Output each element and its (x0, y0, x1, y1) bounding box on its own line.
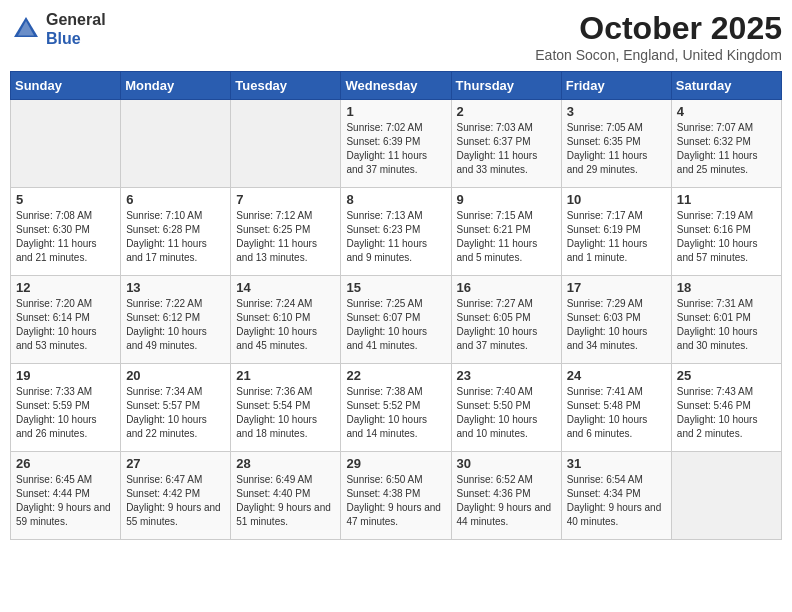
calendar-cell: 17 Sunrise: 7:29 AMSunset: 6:03 PMDaylig… (561, 276, 671, 364)
day-info: Sunrise: 7:27 AMSunset: 6:05 PMDaylight:… (457, 297, 556, 353)
calendar-week-row: 5 Sunrise: 7:08 AMSunset: 6:30 PMDayligh… (11, 188, 782, 276)
day-number: 7 (236, 192, 335, 207)
logo: General Blue (10, 10, 106, 48)
day-number: 31 (567, 456, 666, 471)
calendar-cell: 9 Sunrise: 7:15 AMSunset: 6:21 PMDayligh… (451, 188, 561, 276)
day-info: Sunrise: 7:24 AMSunset: 6:10 PMDaylight:… (236, 297, 335, 353)
day-info: Sunrise: 7:17 AMSunset: 6:19 PMDaylight:… (567, 209, 666, 265)
month-title: October 2025 (535, 10, 782, 47)
page-header: General Blue October 2025 Eaton Socon, E… (10, 10, 782, 63)
day-number: 19 (16, 368, 115, 383)
calendar-week-row: 26 Sunrise: 6:45 AMSunset: 4:44 PMDaylig… (11, 452, 782, 540)
day-info: Sunrise: 7:41 AMSunset: 5:48 PMDaylight:… (567, 385, 666, 441)
calendar-week-row: 19 Sunrise: 7:33 AMSunset: 5:59 PMDaylig… (11, 364, 782, 452)
day-info: Sunrise: 7:38 AMSunset: 5:52 PMDaylight:… (346, 385, 445, 441)
day-info: Sunrise: 7:19 AMSunset: 6:16 PMDaylight:… (677, 209, 776, 265)
calendar-cell: 28 Sunrise: 6:49 AMSunset: 4:40 PMDaylig… (231, 452, 341, 540)
calendar-cell: 24 Sunrise: 7:41 AMSunset: 5:48 PMDaylig… (561, 364, 671, 452)
calendar-cell: 30 Sunrise: 6:52 AMSunset: 4:36 PMDaylig… (451, 452, 561, 540)
calendar-cell (231, 100, 341, 188)
calendar-cell (671, 452, 781, 540)
day-info: Sunrise: 7:13 AMSunset: 6:23 PMDaylight:… (346, 209, 445, 265)
day-number: 23 (457, 368, 556, 383)
calendar-week-row: 12 Sunrise: 7:20 AMSunset: 6:14 PMDaylig… (11, 276, 782, 364)
day-number: 28 (236, 456, 335, 471)
day-number: 2 (457, 104, 556, 119)
calendar-cell: 23 Sunrise: 7:40 AMSunset: 5:50 PMDaylig… (451, 364, 561, 452)
title-block: October 2025 Eaton Socon, England, Unite… (535, 10, 782, 63)
calendar-cell: 12 Sunrise: 7:20 AMSunset: 6:14 PMDaylig… (11, 276, 121, 364)
calendar-cell: 18 Sunrise: 7:31 AMSunset: 6:01 PMDaylig… (671, 276, 781, 364)
calendar-cell: 15 Sunrise: 7:25 AMSunset: 6:07 PMDaylig… (341, 276, 451, 364)
weekday-header: Monday (121, 72, 231, 100)
calendar-cell: 16 Sunrise: 7:27 AMSunset: 6:05 PMDaylig… (451, 276, 561, 364)
calendar-cell: 10 Sunrise: 7:17 AMSunset: 6:19 PMDaylig… (561, 188, 671, 276)
calendar-cell: 7 Sunrise: 7:12 AMSunset: 6:25 PMDayligh… (231, 188, 341, 276)
day-number: 13 (126, 280, 225, 295)
calendar-cell (11, 100, 121, 188)
day-info: Sunrise: 7:40 AMSunset: 5:50 PMDaylight:… (457, 385, 556, 441)
calendar-cell: 6 Sunrise: 7:10 AMSunset: 6:28 PMDayligh… (121, 188, 231, 276)
day-number: 30 (457, 456, 556, 471)
day-info: Sunrise: 7:33 AMSunset: 5:59 PMDaylight:… (16, 385, 115, 441)
day-number: 15 (346, 280, 445, 295)
day-number: 18 (677, 280, 776, 295)
day-info: Sunrise: 7:22 AMSunset: 6:12 PMDaylight:… (126, 297, 225, 353)
day-info: Sunrise: 6:54 AMSunset: 4:34 PMDaylight:… (567, 473, 666, 529)
weekday-header: Tuesday (231, 72, 341, 100)
calendar-cell: 4 Sunrise: 7:07 AMSunset: 6:32 PMDayligh… (671, 100, 781, 188)
day-info: Sunrise: 7:34 AMSunset: 5:57 PMDaylight:… (126, 385, 225, 441)
calendar-cell: 25 Sunrise: 7:43 AMSunset: 5:46 PMDaylig… (671, 364, 781, 452)
calendar-cell: 29 Sunrise: 6:50 AMSunset: 4:38 PMDaylig… (341, 452, 451, 540)
day-number: 26 (16, 456, 115, 471)
day-number: 14 (236, 280, 335, 295)
calendar-cell: 22 Sunrise: 7:38 AMSunset: 5:52 PMDaylig… (341, 364, 451, 452)
logo-blue: Blue (46, 29, 106, 48)
day-info: Sunrise: 6:49 AMSunset: 4:40 PMDaylight:… (236, 473, 335, 529)
day-info: Sunrise: 7:03 AMSunset: 6:37 PMDaylight:… (457, 121, 556, 177)
day-number: 3 (567, 104, 666, 119)
calendar-cell: 26 Sunrise: 6:45 AMSunset: 4:44 PMDaylig… (11, 452, 121, 540)
calendar-cell: 2 Sunrise: 7:03 AMSunset: 6:37 PMDayligh… (451, 100, 561, 188)
day-number: 8 (346, 192, 445, 207)
calendar-cell: 14 Sunrise: 7:24 AMSunset: 6:10 PMDaylig… (231, 276, 341, 364)
day-info: Sunrise: 7:20 AMSunset: 6:14 PMDaylight:… (16, 297, 115, 353)
day-info: Sunrise: 7:36 AMSunset: 5:54 PMDaylight:… (236, 385, 335, 441)
calendar-cell: 11 Sunrise: 7:19 AMSunset: 6:16 PMDaylig… (671, 188, 781, 276)
day-info: Sunrise: 7:25 AMSunset: 6:07 PMDaylight:… (346, 297, 445, 353)
day-number: 22 (346, 368, 445, 383)
day-number: 20 (126, 368, 225, 383)
day-number: 6 (126, 192, 225, 207)
calendar-cell: 19 Sunrise: 7:33 AMSunset: 5:59 PMDaylig… (11, 364, 121, 452)
calendar-cell: 27 Sunrise: 6:47 AMSunset: 4:42 PMDaylig… (121, 452, 231, 540)
day-number: 16 (457, 280, 556, 295)
calendar-week-row: 1 Sunrise: 7:02 AMSunset: 6:39 PMDayligh… (11, 100, 782, 188)
weekday-header: Thursday (451, 72, 561, 100)
calendar-cell: 3 Sunrise: 7:05 AMSunset: 6:35 PMDayligh… (561, 100, 671, 188)
day-number: 5 (16, 192, 115, 207)
calendar-cell: 8 Sunrise: 7:13 AMSunset: 6:23 PMDayligh… (341, 188, 451, 276)
day-info: Sunrise: 7:12 AMSunset: 6:25 PMDaylight:… (236, 209, 335, 265)
day-number: 9 (457, 192, 556, 207)
day-info: Sunrise: 7:10 AMSunset: 6:28 PMDaylight:… (126, 209, 225, 265)
weekday-header: Sunday (11, 72, 121, 100)
day-info: Sunrise: 7:08 AMSunset: 6:30 PMDaylight:… (16, 209, 115, 265)
day-info: Sunrise: 6:50 AMSunset: 4:38 PMDaylight:… (346, 473, 445, 529)
weekday-header: Friday (561, 72, 671, 100)
day-number: 4 (677, 104, 776, 119)
day-number: 29 (346, 456, 445, 471)
calendar-header-row: SundayMondayTuesdayWednesdayThursdayFrid… (11, 72, 782, 100)
day-number: 24 (567, 368, 666, 383)
day-number: 1 (346, 104, 445, 119)
day-info: Sunrise: 7:29 AMSunset: 6:03 PMDaylight:… (567, 297, 666, 353)
day-number: 21 (236, 368, 335, 383)
calendar-cell: 20 Sunrise: 7:34 AMSunset: 5:57 PMDaylig… (121, 364, 231, 452)
logo-icon (10, 13, 42, 45)
calendar-cell: 21 Sunrise: 7:36 AMSunset: 5:54 PMDaylig… (231, 364, 341, 452)
day-info: Sunrise: 7:05 AMSunset: 6:35 PMDaylight:… (567, 121, 666, 177)
day-info: Sunrise: 6:45 AMSunset: 4:44 PMDaylight:… (16, 473, 115, 529)
day-info: Sunrise: 7:07 AMSunset: 6:32 PMDaylight:… (677, 121, 776, 177)
calendar-table: SundayMondayTuesdayWednesdayThursdayFrid… (10, 71, 782, 540)
day-info: Sunrise: 7:15 AMSunset: 6:21 PMDaylight:… (457, 209, 556, 265)
logo-general: General (46, 10, 106, 29)
